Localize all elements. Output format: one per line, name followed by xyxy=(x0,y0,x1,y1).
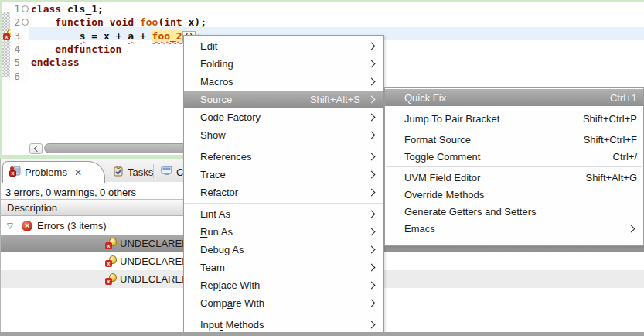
menu-item-label: Replace With xyxy=(200,279,260,291)
source-submenu-item-override-methods[interactable]: Override Methods xyxy=(385,186,643,203)
error-category-icon: ✕ xyxy=(22,221,32,231)
gutter-line[interactable]: 6 xyxy=(11,69,29,82)
error-badge: x xyxy=(3,33,10,40)
source-submenu-item-quick-fix[interactable]: Quick FixCtrl+1 xyxy=(385,89,643,106)
context-menu-item-refactor[interactable]: Refactor xyxy=(184,183,383,201)
menu-item-label: Debug As xyxy=(200,244,244,255)
code-token: endfunction xyxy=(55,43,121,55)
tab-problems[interactable]: xProblems✕ xyxy=(2,161,105,183)
fold-slot[interactable] xyxy=(20,5,29,12)
code-text-area[interactable]: class cls_1; function void foo(int x); s… xyxy=(31,2,206,83)
code-token: a xyxy=(128,30,134,42)
context-menu-item-input-methods[interactable]: Input Methods xyxy=(184,316,383,334)
gutter-line[interactable]: 5 xyxy=(11,56,29,69)
context-menu-item-code-factory[interactable]: Code Factory xyxy=(184,108,383,126)
menu-item-label: Emacs xyxy=(404,223,435,235)
code-line: function void foo(int x); xyxy=(31,15,206,29)
context-menu-item-edit[interactable]: Edit xyxy=(184,37,383,55)
fold-collapse-icon[interactable] xyxy=(22,19,29,26)
context-menu-item-debug-as[interactable]: Debug As xyxy=(184,241,383,259)
context-menu-item-lint-as[interactable]: Lint As xyxy=(184,205,383,223)
menu-item-label: Folding xyxy=(200,58,233,70)
source-submenu-item-emacs[interactable]: Emacs xyxy=(385,220,643,237)
code-line xyxy=(31,69,206,82)
code-token: class xyxy=(31,3,61,15)
menu-item-label: Source xyxy=(200,94,232,105)
menu-item-accelerator: Shift+Ctrl+P xyxy=(583,113,637,125)
line-number: 5 xyxy=(11,56,20,69)
submenu-arrow-icon xyxy=(368,96,376,104)
source-submenu-item-format-source[interactable]: Format SourceShift+Ctrl+F xyxy=(385,131,643,148)
line-number: 6 xyxy=(11,70,20,83)
context-menu-item-run-as[interactable]: Run As xyxy=(184,223,383,241)
tab-tasks[interactable]: Tasks xyxy=(107,161,159,183)
source-submenu-item-uvm-field-editor[interactable]: UVM Field EditorShift+Alt+G xyxy=(385,169,643,186)
context-menu-item-team[interactable]: Team xyxy=(184,259,383,276)
submenu-arrow-icon xyxy=(368,211,376,218)
context-menu-item-trace[interactable]: Trace xyxy=(184,166,383,183)
source-submenu-item-toggle-comment[interactable]: Toggle CommentCtrl+/ xyxy=(385,148,643,165)
menu-separator xyxy=(184,203,383,204)
code-token xyxy=(31,16,55,28)
code-line: endfunction xyxy=(31,43,206,56)
menu-item-label: Lint As xyxy=(200,208,230,220)
source-submenu-item-generate-getters-and-setters[interactable]: Generate Getters and Setters xyxy=(385,203,643,220)
tree-expand-icon[interactable]: ▽ xyxy=(7,221,18,230)
tab-close-icon[interactable]: ✕ xyxy=(74,167,82,178)
window-bottom-edge xyxy=(0,332,644,336)
context-menu-item-source[interactable]: SourceShift+Alt+S xyxy=(184,91,383,108)
code-token xyxy=(104,16,110,28)
error-badge: x xyxy=(105,242,112,249)
code-token: foo_2 xyxy=(152,30,182,42)
context-menu-item-compare-with[interactable]: Compare With xyxy=(184,294,383,312)
menu-item-accelerator: Ctrl+1 xyxy=(610,92,637,104)
submenu-arrow-icon xyxy=(368,60,376,68)
submenu-arrow-icon xyxy=(368,228,376,236)
code-line: class cls_1; xyxy=(31,2,206,15)
menu-item-accelerator: Shift+Ctrl+F xyxy=(584,134,637,146)
fold-collapse-icon[interactable] xyxy=(22,5,29,12)
fold-slot[interactable] xyxy=(20,19,29,26)
scroll-left-icon xyxy=(33,145,39,151)
tasks-icon xyxy=(113,166,124,179)
source-submenu-item-jump-to-pair-bracket[interactable]: Jump To Pair BracketShift+Ctrl+P xyxy=(385,110,643,127)
menu-item-label: Refactor xyxy=(200,187,238,198)
submenu-arrow-icon xyxy=(368,43,376,50)
menu-item-label: Run As xyxy=(200,226,233,238)
scroll-left-button[interactable] xyxy=(29,143,43,154)
gutter-line[interactable]: 1 xyxy=(11,2,29,15)
code-line: s = x + a + foo_2(); xyxy=(31,29,206,43)
svg-text:x: x xyxy=(12,170,15,176)
context-menu-item-replace-with[interactable]: Replace With xyxy=(184,276,383,294)
error-badge: x xyxy=(105,260,112,267)
menu-item-accelerator: Ctrl+/ xyxy=(613,151,637,163)
error-badge: x xyxy=(105,278,112,285)
menu-separator xyxy=(184,314,383,314)
gutter-line[interactable]: 4 xyxy=(11,43,29,56)
quickfix-error-icon: x xyxy=(105,255,117,267)
line-number-ruler[interactable]: 123456 xyxy=(11,2,29,83)
line-number: 2 xyxy=(11,15,20,29)
submenu-arrow-icon xyxy=(368,300,376,307)
code-token: foo xyxy=(140,16,158,28)
code-token xyxy=(134,16,140,28)
problems-icon: x xyxy=(9,166,21,179)
source-submenu: Quick FixCtrl+1Jump To Pair BracketShift… xyxy=(384,87,644,246)
line-number: 1 xyxy=(11,2,20,15)
menu-item-label: Macros xyxy=(200,76,233,87)
context-menu-item-references[interactable]: References xyxy=(184,148,383,166)
submenu-arrow-icon xyxy=(368,171,376,179)
submenu-arrow-icon xyxy=(368,153,376,161)
gutter-line[interactable]: 2 xyxy=(11,15,29,29)
annotation-ruler[interactable]: x xyxy=(2,2,11,155)
context-menu-item-show[interactable]: Show xyxy=(184,126,383,144)
submenu-arrow-icon xyxy=(368,321,376,329)
submenu-arrow-icon xyxy=(368,264,376,272)
menu-item-label: References xyxy=(200,151,251,163)
submenu-arrow-icon xyxy=(628,225,635,232)
gutter-line[interactable]: 3 xyxy=(11,29,29,43)
context-menu-item-folding[interactable]: Folding xyxy=(184,55,383,73)
menu-separator xyxy=(184,146,383,146)
menu-separator xyxy=(386,129,642,129)
context-menu-item-macros[interactable]: Macros xyxy=(184,73,383,91)
